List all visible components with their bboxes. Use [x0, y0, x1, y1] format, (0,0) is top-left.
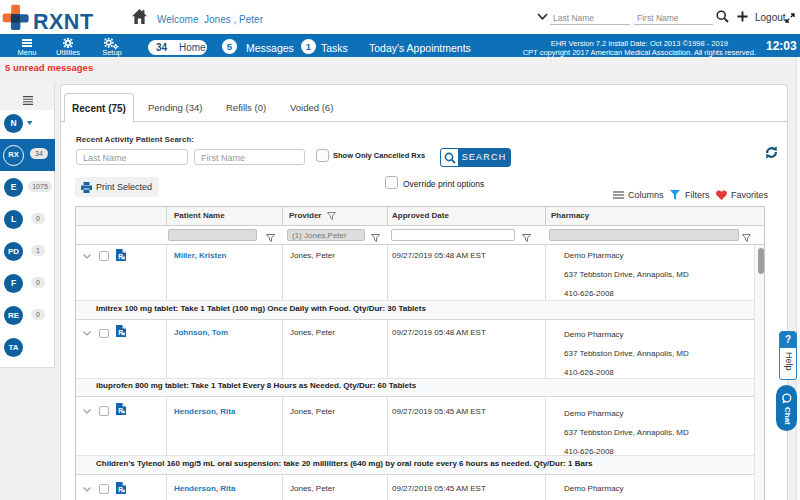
svg-text:RXNT: RXNT: [33, 10, 94, 32]
